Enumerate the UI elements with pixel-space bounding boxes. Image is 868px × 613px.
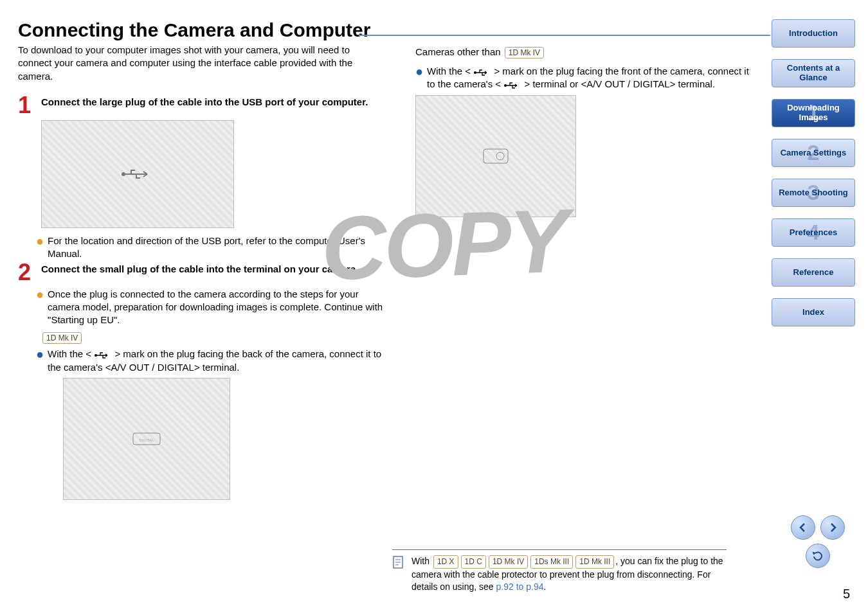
nav-camera-settings[interactable]: 2 Camera Settings [772,139,855,167]
camera-model-tag: 1D Mk IV [42,332,82,344]
figure-usb-port [41,120,234,228]
nav-index[interactable]: Index [772,298,855,326]
usb-icon [94,350,112,359]
title-rule [359,35,770,36]
prev-page-button[interactable] [791,515,815,540]
step-1: 1 Connect the large plug of the cable in… [18,94,384,116]
step-2-heading: Connect the small plug of the cable into… [41,262,358,276]
page-title: Connecting the Camera and Computer [18,19,384,41]
figure-camera-back: DIGITAL [63,378,230,500]
svg-point-0 [122,172,125,176]
camera-model-tag: 1D Mk IV [505,47,544,58]
step-2-number: 2 [18,262,37,283]
page-reference-link[interactable]: p.92 to p.94 [496,582,544,592]
nav-remote-shooting[interactable]: 3 Remote Shooting [772,179,855,207]
camera-model-tag: 1D Mk IV [489,555,528,569]
step-1-bullet: ● For the location and direction of the … [36,235,384,261]
camera-model-tag: 1D X [433,555,458,569]
bullet-icon: ● [36,288,44,327]
step-2-bullet: ● Once the plug is connected to the came… [36,288,384,327]
sidebar-nav: Introduction Contents at a Glance 1 Down… [772,19,855,506]
nav-reference[interactable]: Reference [772,258,855,287]
step-2: 2 Connect the small plug of the cable in… [18,262,384,283]
bullet-icon: ● [36,235,44,261]
nav-introduction[interactable]: Introduction [772,19,855,48]
back-button[interactable] [806,544,830,568]
bullet-blue-icon: ● [415,65,423,91]
camera-model-tag: 1Ds Mk III [530,555,573,569]
intro-paragraph: To download to your computer images shot… [18,44,384,83]
figure-camera-front [415,95,576,217]
svg-point-7 [496,152,504,160]
usb-icon [473,67,491,76]
nav-preferences[interactable]: 4 Preferences [772,218,855,247]
camera-model-tag: 1D C [461,555,486,569]
svg-text:DIGITAL: DIGITAL [140,438,155,442]
right-note: ● With the < > mark on the plug facing t… [415,65,750,91]
nav-downloading-images[interactable]: 1 Downloading Images [772,99,855,127]
next-page-button[interactable] [820,515,845,540]
page-number: 5 [843,587,850,601]
bullet-blue-icon: ● [36,348,44,374]
nav-contents[interactable]: Contents at a Glance [772,59,855,87]
footnote: With 1D X1D C1D Mk IV1Ds Mk III1D Mk III… [392,549,727,594]
cameras-other-heading: Cameras other than 1D Mk IV [415,46,750,58]
camera-model-tag: 1D Mk III [575,555,614,569]
step-1-heading: Connect the large plug of the cable into… [41,94,368,109]
step-1-number: 1 [18,94,37,116]
usb-icon [503,80,521,89]
note-icon [392,555,405,569]
step-2-note: ● With the < > mark on the plug facing t… [36,348,384,374]
